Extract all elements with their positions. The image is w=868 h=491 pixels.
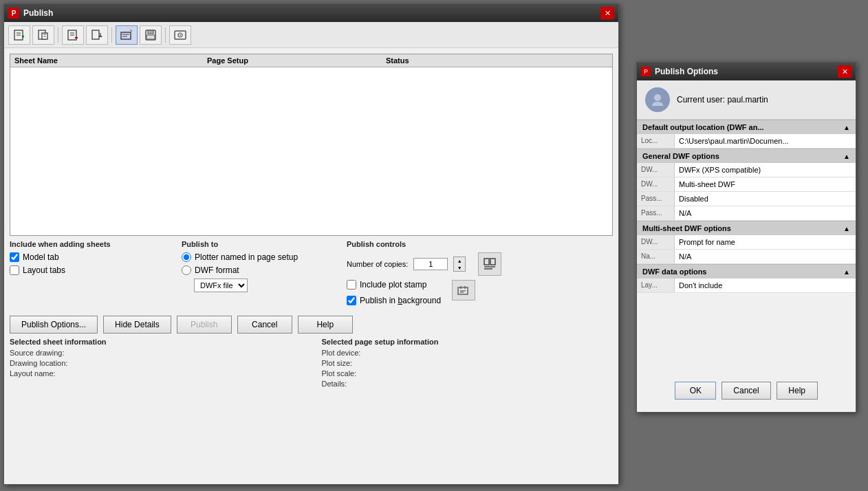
add-current-icon bbox=[37, 29, 50, 41]
dwfx-select[interactable]: DWFx file DWF file bbox=[194, 279, 248, 292]
toolbar-sep-3 bbox=[165, 28, 166, 43]
po-options-area[interactable]: Default output location (DWF an... ▲ Loc… bbox=[637, 120, 856, 400]
plot-scale-row: Plot scale: bbox=[322, 369, 614, 378]
help-button[interactable]: Help bbox=[298, 316, 353, 334]
sheet-info-col: Selected sheet information Source drawin… bbox=[10, 338, 301, 390]
plot-order-icon bbox=[483, 257, 497, 271]
remove-sheets-icon bbox=[67, 29, 79, 41]
po-user-section: Current user: paul.martin bbox=[637, 80, 856, 120]
po-window-title: Publish Options bbox=[655, 67, 718, 76]
po-titlebar: P Publish Options ✕ bbox=[637, 63, 856, 80]
publish-button[interactable]: Publish bbox=[177, 316, 232, 334]
po-section-header-3[interactable]: DWF data options ▲ bbox=[637, 264, 856, 279]
po-ok-button[interactable]: OK bbox=[675, 382, 716, 400]
po-option-row-3-0: Lay... Don't include bbox=[637, 279, 856, 293]
publish-window-title: Publish bbox=[23, 8, 53, 18]
collapse-icon-3: ▲ bbox=[843, 268, 850, 276]
model-tab-row: Model tab bbox=[10, 252, 168, 262]
publish-background-checkbox[interactable] bbox=[347, 296, 356, 305]
po-section-header-2[interactable]: Multi-sheet DWF options ▲ bbox=[637, 221, 856, 235]
po-cancel-button[interactable]: Cancel bbox=[721, 382, 770, 400]
copies-input[interactable] bbox=[413, 258, 448, 270]
preview-button[interactable] bbox=[169, 25, 191, 45]
po-help-button[interactable]: Help bbox=[777, 382, 818, 400]
po-option-row-2-1: Na... N/A bbox=[637, 250, 856, 264]
save-list-button[interactable] bbox=[140, 25, 162, 45]
model-tab-checkbox[interactable] bbox=[10, 252, 19, 262]
dwf-radio[interactable] bbox=[182, 265, 191, 275]
collapse-icon-0: ▲ bbox=[843, 124, 850, 131]
col-page-setup: Page Setup bbox=[207, 56, 386, 65]
add-sheets-button[interactable] bbox=[8, 25, 30, 45]
svg-point-35 bbox=[654, 94, 661, 101]
sheet-list-header: Sheet Name Page Setup Status bbox=[10, 54, 612, 67]
dwf-label: DWF format bbox=[195, 265, 239, 275]
copies-down-button[interactable]: ▼ bbox=[454, 264, 465, 271]
publish-options-button[interactable]: Publish Options... bbox=[10, 316, 98, 334]
svg-line-19 bbox=[130, 30, 132, 32]
po-buttons: OK Cancel Help bbox=[637, 376, 856, 405]
add-sheets-icon bbox=[13, 29, 25, 41]
publish-controls-label: Publish controls bbox=[347, 240, 613, 248]
details-row: Details: bbox=[322, 380, 614, 388]
po-titlebar-left: P Publish Options bbox=[641, 67, 718, 76]
publish-options-window: P Publish Options ✕ Current user: paul.m… bbox=[636, 62, 856, 413]
publish-bg-checkbox-row: Publish in background bbox=[347, 296, 441, 305]
sheet-info-header: Selected sheet information bbox=[10, 338, 301, 346]
move-up-button[interactable] bbox=[86, 25, 108, 45]
publish-background-label: Publish in background bbox=[360, 296, 441, 305]
po-option-row-2-0: DW... Prompt for name bbox=[637, 235, 856, 250]
plot-extra-icon bbox=[457, 283, 470, 297]
add-current-button[interactable] bbox=[32, 25, 54, 45]
move-up-icon bbox=[91, 29, 103, 41]
page-setup-info-col: Selected page setup information Plot dev… bbox=[322, 338, 614, 390]
publish-window: P Publish ✕ bbox=[3, 3, 619, 485]
plotter-label: Plotter named in page setup bbox=[195, 252, 298, 262]
bottom-buttons: Publish Options... Hide Details Publish … bbox=[10, 316, 613, 334]
copies-up-button[interactable]: ▲ bbox=[454, 257, 465, 264]
layout-tabs-checkbox[interactable] bbox=[10, 265, 19, 275]
cancel-button[interactable]: Cancel bbox=[237, 316, 292, 334]
include-plot-stamp-label: Include plot stamp bbox=[360, 280, 426, 290]
info-section: Selected sheet information Source drawin… bbox=[10, 338, 613, 390]
page-setup-info-header: Selected page setup information bbox=[322, 338, 614, 346]
publish-toolbar bbox=[4, 22, 618, 48]
remove-sheets-button[interactable] bbox=[62, 25, 84, 45]
layout-tabs-label: Layout tabs bbox=[23, 265, 65, 275]
po-option-row-1-1: DW... Multi-sheet DWF bbox=[637, 177, 856, 192]
model-tab-label: Model tab bbox=[23, 252, 59, 262]
po-close-button[interactable]: ✕ bbox=[838, 65, 851, 78]
plot-device-row: Plot device: bbox=[322, 349, 614, 357]
sheet-list-body[interactable] bbox=[10, 67, 612, 229]
plot-controls-row: Include plot stamp Publish in background bbox=[347, 280, 613, 309]
hide-details-button[interactable]: Hide Details bbox=[103, 316, 171, 334]
sheet-list-container: Sheet Name Page Setup Status bbox=[10, 54, 613, 236]
layout-name-row: Layout name: bbox=[10, 369, 301, 378]
publish-titlebar: P Publish ✕ bbox=[4, 4, 618, 22]
toolbar-sep-2 bbox=[111, 28, 112, 43]
plot-extra-button[interactable] bbox=[452, 280, 475, 301]
layout-tabs-row: Layout tabs bbox=[10, 265, 168, 275]
plotter-radio[interactable] bbox=[182, 252, 191, 262]
po-option-row-0-0: Loc... C:\Users\paul.martin\Documen... bbox=[637, 134, 856, 149]
publish-close-button[interactable]: ✕ bbox=[600, 7, 614, 19]
copies-label: Number of copies: bbox=[347, 260, 408, 268]
svg-rect-16 bbox=[121, 32, 131, 39]
plot-stamp-button[interactable] bbox=[116, 25, 138, 45]
po-option-row-1-2: Pass... Disabled bbox=[637, 192, 856, 206]
po-section-header-1[interactable]: General DWF options ▲ bbox=[637, 149, 856, 163]
plot-stamp-icon bbox=[120, 29, 133, 41]
svg-rect-22 bbox=[147, 35, 155, 39]
po-option-row-1-3: Pass... N/A bbox=[637, 206, 856, 221]
include-plot-stamp-checkbox[interactable] bbox=[347, 280, 356, 290]
include-section: Include when adding sheets Model tab Lay… bbox=[10, 240, 168, 309]
po-window-icon: P bbox=[641, 67, 651, 76]
user-avatar-icon bbox=[650, 92, 665, 107]
po-section-header-0[interactable]: Default output location (DWF an... ▲ bbox=[637, 120, 856, 134]
collapse-icon-1: ▲ bbox=[843, 153, 850, 160]
drawing-location-row: Drawing location: bbox=[10, 359, 301, 367]
plot-order-button[interactable] bbox=[478, 252, 501, 276]
svg-rect-13 bbox=[92, 30, 99, 39]
svg-rect-21 bbox=[148, 30, 153, 34]
plot-size-row: Plot size: bbox=[322, 359, 614, 367]
